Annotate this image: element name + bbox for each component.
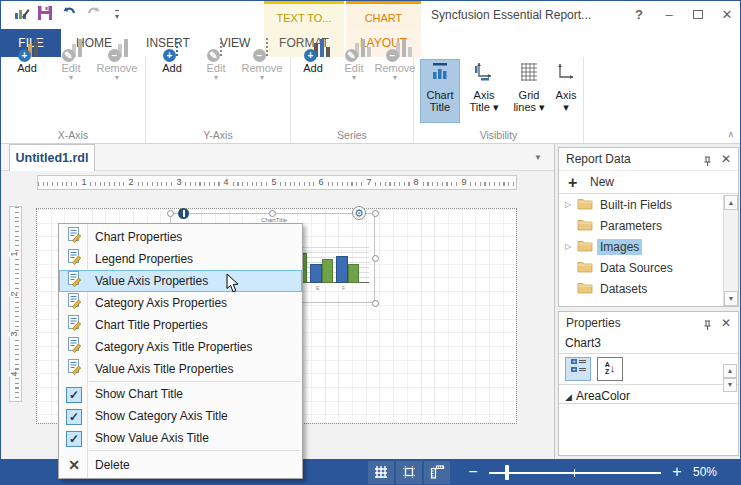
expander-icon[interactable]: ▷ [565,200,577,209]
tree-item-data-sources[interactable]: Data Sources [559,257,723,278]
menu-item-category-axis-title-properties[interactable]: Category Axis Title Properties [59,336,302,358]
close-button[interactable]: ✕ [715,1,739,29]
menu-item-legend-properties[interactable]: Legend Properties [59,248,302,270]
categorized-view-button[interactable]: + + [565,357,591,381]
ribbon-group-x-axis: + Add ✎ Edit ▾ − Remove ▾ X-Axis [1,57,146,143]
x-axis-remove-button[interactable]: − Remove ▾ [95,60,139,126]
menu-item-category-axis-properties[interactable]: Category Axis Properties [59,292,302,314]
zoom-percentage[interactable]: 50% [693,459,717,485]
menu-item-chart-properties[interactable]: Chart Properties [59,226,302,248]
zoom-in-button[interactable]: + [667,459,687,485]
scroll-down-icon[interactable]: ▼ [723,378,737,392]
mini-chart-bar [348,264,359,283]
tree-item-built-in-fields[interactable]: ▷ Built-in Fields [559,194,723,215]
selected-object-name[interactable]: Chart3 [559,334,738,354]
properties-scroll-spinner[interactable]: ▲ ▼ [723,364,737,392]
scroll-up-icon[interactable]: ▲ [724,195,738,210]
new-item-button[interactable]: + New [559,170,738,194]
grid-icon [374,465,388,479]
document-tab-untitled1[interactable]: Untitled1.rdl [9,144,95,171]
horizontal-ruler: 12 34 56 78 9 [37,175,517,190]
properties-header: Properties ✕ [559,312,738,334]
menu-item-show-value-axis-title[interactable]: ✓ Show Value Axis Title [59,427,302,449]
axis-dropdown-button[interactable]: Axis▾ [552,59,580,123]
page-margins-icon [402,465,416,479]
title-bar: ▾ TEXT TO... CHART Syncfusion Essential … [1,1,741,29]
selection-handle-top-right[interactable] [372,210,379,217]
selection-handle-bottom-right[interactable] [372,300,379,307]
menu-item-chart-title-properties[interactable]: Chart Title Properties [59,314,302,336]
undo-button[interactable] [59,5,79,25]
folder-icon [577,217,597,235]
sort-alphabetical-button[interactable]: AZ↓ [597,357,623,381]
properties-edit-icon [60,271,88,291]
tree-item-images[interactable]: ▷ Images [559,236,723,257]
save-button[interactable] [35,5,55,25]
properties-edit-icon [60,359,88,379]
checked-checkbox-icon: ✓ [60,407,88,425]
selection-handle-right-middle[interactable] [372,255,379,262]
series-add-button[interactable]: + Add [291,60,335,126]
grid-lines-dropdown-button[interactable]: Gridlines ▾ [508,59,550,123]
ruler-toggle-button[interactable] [424,461,450,484]
report-data-scrollbar[interactable]: ▲ ▼ [723,195,738,306]
zoom-slider-thumb[interactable] [505,465,509,480]
menu-item-show-category-axis-title[interactable]: ✓ Show Category Axis Title [59,405,302,427]
y-axis-edit-button[interactable]: ✎ Edit ▾ [194,60,238,126]
close-panel-icon[interactable]: ✕ [719,152,733,166]
folder-icon [577,196,597,214]
folder-icon [577,238,597,256]
menu-separator [89,381,300,382]
menu-item-show-chart-title[interactable]: ✓ Show Chart Title [59,383,302,405]
zoom-out-button[interactable]: − [463,459,483,485]
selection-handle-top-left[interactable] [167,210,174,217]
series-remove-button[interactable]: − Remove ▾ [373,60,417,126]
properties-title: Properties [566,316,621,330]
chart-settings-gear-icon[interactable]: ⚙ [352,206,366,220]
grid-toggle-button[interactable] [368,461,394,484]
folder-icon [577,259,597,277]
zoom-slider-track[interactable] [489,472,661,474]
x-axis-add-button[interactable]: + Add [5,60,49,126]
menu-item-delete[interactable]: ✕ Delete [59,452,302,478]
mini-chart-bar [310,264,322,283]
right-dock-panels: Report Data ✕ + New ▷ Built-in Fields [554,144,741,459]
minimize-button[interactable]: – [657,1,681,29]
menu-item-value-axis-title-properties[interactable]: Value Axis Title Properties [59,358,302,380]
ribbon: + Add ✎ Edit ▾ − Remove ▾ X-Axis [1,57,741,144]
document-tab-bar: Untitled1.rdl ▼ [1,144,554,171]
collapse-ribbon-button[interactable]: ∧ [727,129,734,139]
svg-text:+: + [572,366,575,372]
x-axis-edit-button[interactable]: ✎ Edit ▾ [49,60,93,126]
chart-title-toggle-button[interactable]: ChartTitle [420,59,460,123]
report-data-header: Report Data ✕ [559,148,738,170]
scroll-down-icon[interactable]: ▼ [724,291,738,306]
close-panel-icon[interactable]: ✕ [719,316,733,330]
tree-item-datasets[interactable]: Datasets [559,278,723,299]
selection-handle-top-middle[interactable] [269,210,276,217]
series-edit-button[interactable]: ✎ Edit ▾ [332,60,376,126]
y-axis-remove-button[interactable]: − Remove ▾ [240,60,284,126]
pin-icon[interactable] [700,316,714,330]
property-category-areacolor[interactable]: ◢AreaColor [559,384,738,404]
menu-item-value-axis-properties[interactable]: Value Axis Properties [59,270,302,292]
expander-icon[interactable]: ▷ [565,242,577,251]
redo-button[interactable] [83,5,103,25]
mini-chart-bar [322,259,333,283]
qat-customize-button[interactable]: ▾ [107,5,127,25]
selection-pin-icon[interactable] [178,208,189,219]
maximize-button[interactable] [686,1,710,29]
y-axis-add-button[interactable]: + Add [150,60,194,126]
properties-edit-icon [60,315,88,335]
ribbon-group-y-axis: + Add ✎ Edit ▾ − Remove ▾ Y-Axis [146,57,291,143]
axis-title-dropdown-button[interactable]: AxisTitle ▾ [464,59,504,123]
zoom-slider-center-tick [574,469,575,477]
pin-icon[interactable] [700,152,714,166]
page-margins-toggle-button[interactable] [396,461,422,484]
tree-item-parameters[interactable]: Parameters [559,215,723,236]
help-button[interactable]: ? [627,1,651,29]
axis-icon [555,60,577,82]
mouse-cursor [226,273,240,298]
document-tabs-dropdown[interactable]: ▼ [534,153,542,162]
scroll-up-icon[interactable]: ▲ [723,364,737,378]
